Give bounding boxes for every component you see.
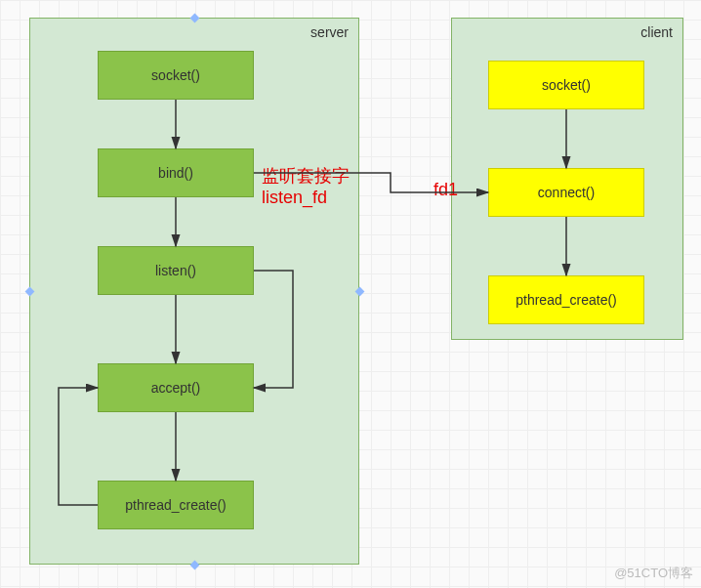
server-node-bind[interactable]: bind()	[98, 148, 254, 197]
node-label: socket()	[542, 77, 591, 93]
node-label: pthread_create()	[515, 292, 617, 308]
node-label: accept()	[151, 380, 201, 396]
client-title: client	[640, 24, 673, 40]
node-label: socket()	[151, 67, 200, 83]
node-label: bind()	[158, 165, 193, 181]
node-label: pthread_create()	[125, 497, 227, 513]
label-listen-fd-line2: listen_fd	[262, 188, 327, 207]
server-node-listen[interactable]: listen()	[98, 246, 254, 295]
server-node-accept[interactable]: accept()	[98, 363, 254, 412]
label-listen-fd-line1: 监听套接字	[262, 166, 350, 186]
client-node-connect[interactable]: connect()	[488, 168, 644, 217]
label-fd1-text: fd1	[433, 180, 458, 199]
client-node-socket[interactable]: socket()	[488, 61, 644, 109]
server-title: server	[310, 24, 349, 40]
label-fd1: fd1	[433, 180, 458, 201]
label-listen-fd: 监听套接字 listen_fd	[262, 166, 350, 208]
client-node-pthread-create[interactable]: pthread_create()	[488, 275, 644, 324]
node-label: connect()	[538, 185, 595, 200]
server-node-pthread-create[interactable]: pthread_create()	[98, 481, 254, 529]
node-label: listen()	[155, 263, 196, 278]
server-node-socket[interactable]: socket()	[98, 51, 254, 100]
watermark: @51CTO博客	[614, 565, 693, 582]
